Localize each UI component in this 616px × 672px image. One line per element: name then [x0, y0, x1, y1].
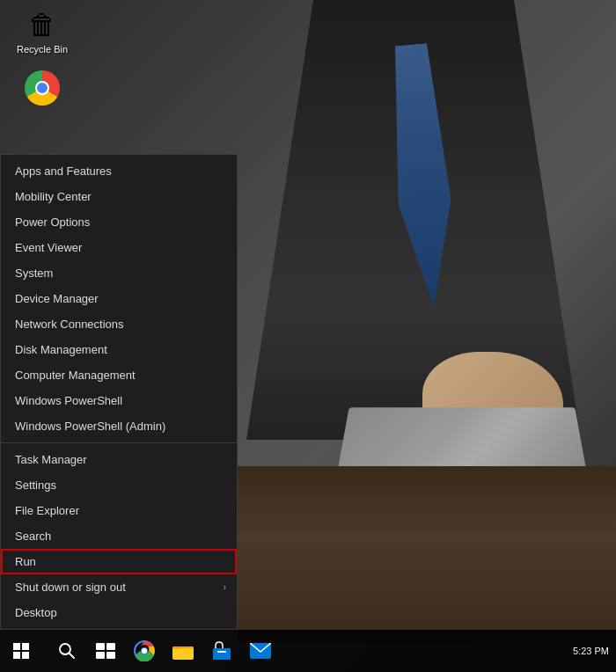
menu-item-label-mobility-center: Mobility Center: [15, 190, 92, 203]
taskbar-time: 5:23 PM: [573, 646, 609, 656]
menu-item-label-computer-management: Computer Management: [15, 369, 136, 382]
taskbar-right-area: 5:23 PM: [573, 646, 616, 656]
taskbar-store-button[interactable]: [204, 633, 239, 668]
menu-item-power-options[interactable]: Power Options: [1, 209, 237, 235]
menu-item-computer-management[interactable]: Computer Management: [1, 362, 237, 388]
context-menu: Apps and FeaturesMobility CenterPower Op…: [0, 154, 238, 630]
menu-item-mobility-center[interactable]: Mobility Center: [1, 184, 237, 209]
taskbar-mail-button[interactable]: [243, 633, 278, 668]
svg-point-8: [142, 648, 147, 654]
menu-item-label-power-options: Power Options: [15, 215, 90, 229]
menu-item-label-apps-features: Apps and Features: [15, 164, 112, 178]
windows-icon: [13, 643, 29, 659]
menu-item-label-network-connections: Network Connections: [15, 318, 124, 331]
taskbar-chrome-button[interactable]: [127, 633, 162, 668]
menu-item-task-manager[interactable]: Task Manager: [1, 447, 237, 472]
taskbar-chrome-icon: [134, 640, 155, 661]
menu-item-label-system: System: [15, 267, 53, 280]
win-icon-br: [22, 652, 29, 659]
menu-item-file-explorer[interactable]: File Explorer: [1, 498, 237, 523]
menu-separator: [1, 442, 237, 443]
svg-point-0: [60, 644, 70, 654]
menu-item-network-connections[interactable]: Network Connections: [1, 311, 237, 337]
taskbar-icons: [42, 633, 573, 668]
store-icon: [212, 641, 231, 661]
search-icon: [58, 642, 76, 660]
menu-item-label-task-manager: Task Manager: [15, 453, 87, 466]
submenu-arrow-icon: ›: [224, 582, 226, 592]
win-icon-tr: [22, 643, 29, 650]
menu-item-run[interactable]: Run: [1, 549, 237, 574]
menu-item-label-desktop: Desktop: [15, 606, 57, 619]
menu-item-windows-powershell-admin[interactable]: Windows PowerShell (Admin): [1, 413, 237, 439]
win-icon-tl: [13, 643, 20, 650]
menu-item-system[interactable]: System: [1, 260, 237, 286]
menu-item-label-shut-down: Shut down or sign out: [15, 581, 126, 594]
menu-item-label-disk-management: Disk Management: [15, 343, 107, 356]
svg-rect-2: [96, 643, 105, 650]
menu-item-search[interactable]: Search: [1, 523, 237, 549]
menu-item-apps-features[interactable]: Apps and Features: [1, 158, 237, 184]
bg-desk: [238, 466, 616, 642]
mail-icon: [250, 643, 271, 659]
svg-rect-12: [213, 648, 231, 660]
taskbar-taskview-button[interactable]: [88, 633, 123, 668]
svg-line-1: [70, 654, 74, 658]
menu-item-label-event-viewer: Event Viewer: [15, 241, 82, 254]
svg-rect-4: [96, 652, 105, 659]
taskbar: 5:23 PM: [0, 630, 616, 672]
taskbar-search-button[interactable]: [49, 633, 84, 668]
menu-item-disk-management[interactable]: Disk Management: [1, 337, 237, 362]
menu-item-label-windows-powershell: Windows PowerShell: [15, 394, 122, 407]
menu-item-windows-powershell[interactable]: Windows PowerShell: [1, 388, 237, 413]
menu-item-label-settings: Settings: [15, 478, 56, 492]
recycle-bin-label: Recycle Bin: [17, 44, 68, 55]
menu-item-settings[interactable]: Settings: [1, 472, 237, 498]
menu-item-label-file-explorer: File Explorer: [15, 504, 79, 517]
menu-item-label-search: Search: [15, 530, 51, 543]
menu-item-label-windows-powershell-admin: Windows PowerShell (Admin): [15, 420, 165, 433]
folder-icon: [172, 642, 194, 660]
svg-rect-3: [106, 643, 115, 650]
svg-rect-13: [217, 651, 226, 653]
chrome-desktop-icon[interactable]: [14, 70, 70, 106]
svg-rect-11: [172, 648, 194, 659]
menu-item-desktop[interactable]: Desktop: [1, 600, 237, 625]
chrome-inner-circle: [35, 81, 49, 95]
svg-rect-5: [106, 652, 115, 659]
chrome-icon-image: [25, 70, 60, 106]
menu-item-device-manager[interactable]: Device Manager: [1, 286, 237, 311]
taskview-icon: [96, 643, 115, 659]
recycle-bin-image: 🗑: [25, 7, 60, 42]
menu-item-event-viewer[interactable]: Event Viewer: [1, 235, 237, 260]
recycle-bin-icon[interactable]: 🗑 Recycle Bin: [14, 7, 70, 55]
menu-item-shut-down[interactable]: Shut down or sign out›: [1, 574, 237, 600]
win-icon-bl: [13, 652, 20, 659]
menu-item-label-run: Run: [15, 555, 36, 568]
menu-item-label-device-manager: Device Manager: [15, 292, 99, 305]
taskbar-fileexplorer-button[interactable]: [165, 633, 201, 668]
start-button[interactable]: [0, 630, 42, 672]
